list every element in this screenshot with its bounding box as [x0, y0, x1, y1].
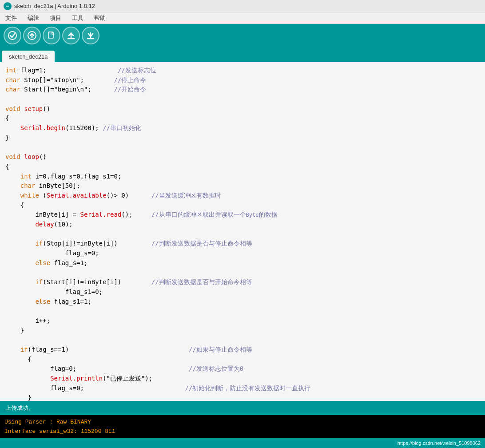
- new-button[interactable]: [43, 27, 60, 44]
- status-bar: 上传成功。: [0, 401, 485, 415]
- save-button[interactable]: [82, 27, 99, 44]
- toolbar: [0, 24, 485, 47]
- tab-sketch[interactable]: sketch_dec21a: [2, 51, 55, 62]
- status-text: 上传成功。: [5, 404, 34, 412]
- url-link[interactable]: https://blog.csdn.net/weixin_51098062: [398, 440, 481, 446]
- menu-bar: 文件 编辑 项目 工具 帮助: [0, 12, 485, 24]
- menu-item-edit[interactable]: 编辑: [26, 13, 41, 23]
- upload-button[interactable]: [23, 27, 41, 44]
- menu-item-file[interactable]: 文件: [4, 13, 19, 23]
- app: ∞ sketch_dec21a | Arduino 1.8.12 文件 编辑 项…: [0, 0, 485, 448]
- menu-item-help[interactable]: 帮助: [92, 13, 107, 23]
- menu-item-tools[interactable]: 工具: [70, 13, 85, 23]
- console-line-1: Using Parser : Raw BINARY: [4, 418, 481, 427]
- svg-point-0: [8, 32, 16, 40]
- upload-icon: [28, 31, 36, 40]
- menu-item-project[interactable]: 项目: [48, 13, 63, 23]
- console-area: Using Parser : Raw BINARY Interface seri…: [0, 415, 485, 438]
- code-editor[interactable]: int flag=1; //发送标志位 char Stop[]="stop\n"…: [0, 62, 485, 401]
- new-file-icon: [48, 32, 56, 40]
- title-bar: ∞ sketch_dec21a | Arduino 1.8.12: [0, 0, 485, 12]
- open-button[interactable]: [62, 27, 80, 44]
- open-icon: [67, 32, 76, 40]
- console-line-2: Interface serial_w32: 115200 8E1: [4, 427, 481, 436]
- verify-icon: [8, 31, 17, 40]
- code-content: int flag=1; //发送标志位 char Stop[]="stop\n"…: [5, 66, 480, 401]
- arduino-logo-icon: ∞: [4, 2, 12, 10]
- save-icon: [86, 32, 95, 40]
- verify-button[interactable]: [4, 27, 21, 44]
- bottom-bar: https://blog.csdn.net/weixin_51098062: [0, 438, 485, 448]
- tab-bar: sketch_dec21a: [0, 47, 485, 62]
- window-title: sketch_dec21a | Arduino 1.8.12: [14, 3, 95, 9]
